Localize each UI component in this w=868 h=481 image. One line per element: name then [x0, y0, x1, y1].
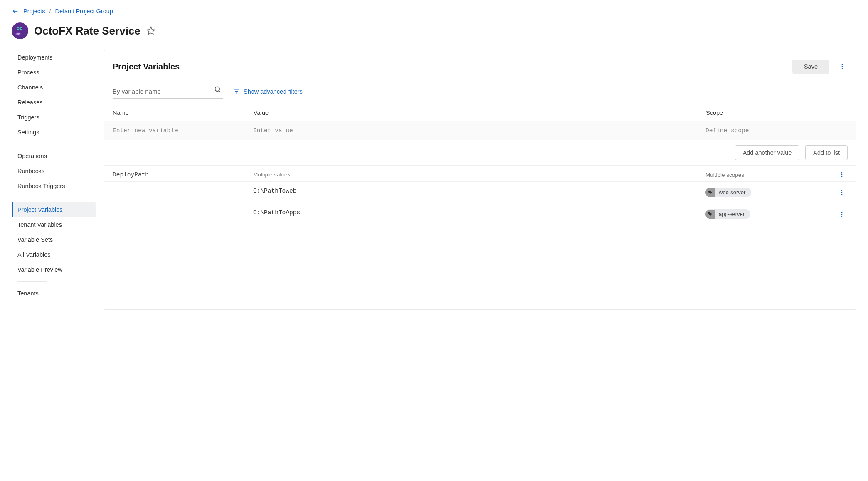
show-advanced-filters-link[interactable]: Show advanced filters: [233, 87, 303, 96]
svg-marker-7: [147, 27, 155, 34]
sidebar-item-settings[interactable]: Settings: [12, 125, 96, 140]
project-header: .NET OctoFX Rate Service: [12, 22, 856, 39]
sidebar-item-process[interactable]: Process: [12, 65, 96, 80]
scope-chip[interactable]: app-server: [705, 209, 750, 219]
svg-point-3: [17, 28, 18, 29]
sidebar-item-variable-sets[interactable]: Variable Sets: [12, 232, 96, 247]
svg-point-20: [841, 216, 843, 217]
svg-point-9: [842, 66, 843, 67]
sidebar-item-deployments[interactable]: Deployments: [12, 50, 96, 65]
main-panel: Project Variables Save: [104, 50, 856, 310]
add-another-value-button[interactable]: Add another value: [735, 145, 800, 160]
svg-point-14: [841, 176, 843, 177]
svg-point-17: [841, 194, 843, 195]
sidebar-divider: [17, 198, 47, 198]
new-variable-name-input[interactable]: Enter new variable: [113, 127, 246, 134]
variable-value-row[interactable]: C:\PathToWeb web-server: [104, 181, 856, 203]
scope-chip-label: app-server: [715, 209, 750, 219]
new-variable-scope-input[interactable]: Define scope: [698, 127, 848, 134]
sidebar-divider: [17, 305, 47, 305]
filter-icon: [233, 87, 240, 96]
breadcrumb-separator: /: [49, 8, 51, 15]
svg-point-8: [842, 64, 843, 65]
value-row-overflow-menu-icon[interactable]: [836, 189, 848, 196]
column-header-scope: Scope: [698, 109, 848, 116]
favorite-star-button[interactable]: [146, 26, 155, 35]
panel-title: Project Variables: [113, 62, 180, 72]
sidebar: Deployments Process Channels Releases Tr…: [12, 50, 96, 310]
add-to-list-button[interactable]: Add to list: [805, 145, 848, 160]
svg-point-15: [841, 190, 843, 191]
sidebar-divider: [17, 144, 47, 144]
variable-scopes-summary: Multiple scopes: [705, 172, 744, 178]
svg-text:.NET: .NET: [16, 33, 20, 35]
page-title: OctoFX Rate Service: [34, 25, 141, 37]
sidebar-item-releases[interactable]: Releases: [12, 95, 96, 110]
sidebar-item-runbook-triggers[interactable]: Runbook Triggers: [12, 179, 96, 193]
value-row-overflow-menu-icon[interactable]: [836, 211, 848, 218]
sidebar-divider: [17, 281, 47, 282]
variable-value[interactable]: C:\PathToApps: [246, 209, 698, 219]
svg-point-19: [841, 213, 843, 215]
back-arrow-icon[interactable]: [12, 7, 19, 15]
panel-overflow-menu-icon[interactable]: [837, 61, 848, 72]
svg-point-10: [842, 68, 843, 69]
variable-value-row[interactable]: C:\PathToApps app-server: [104, 203, 856, 225]
search-input[interactable]: [113, 84, 223, 99]
scope-chip-label: web-server: [715, 188, 751, 197]
sidebar-item-project-variables[interactable]: Project Variables: [12, 202, 96, 217]
new-variable-value-input[interactable]: Enter value: [246, 127, 698, 134]
sidebar-item-tenants[interactable]: Tenants: [12, 286, 96, 301]
svg-point-11: [215, 87, 219, 91]
variable-name[interactable]: DeployPath: [113, 171, 246, 178]
sidebar-item-all-variables[interactable]: All Variables: [12, 247, 96, 262]
sidebar-item-triggers[interactable]: Triggers: [12, 110, 96, 125]
variable-value[interactable]: C:\PathToWeb: [246, 188, 698, 197]
tag-icon: [705, 188, 715, 197]
column-header-name: Name: [113, 109, 246, 116]
column-header-value: Value: [246, 109, 698, 116]
breadcrumb: Projects / Default Project Group: [12, 7, 856, 15]
new-variable-row[interactable]: Enter new variable Enter value Define sc…: [104, 121, 856, 140]
variable-values-summary: Multiple values: [246, 171, 698, 178]
breadcrumb-group[interactable]: Default Project Group: [55, 8, 113, 15]
search-icon[interactable]: [214, 85, 222, 95]
svg-point-12: [841, 172, 843, 174]
sidebar-item-channels[interactable]: Channels: [12, 80, 96, 95]
sidebar-item-operations[interactable]: Operations: [12, 149, 96, 164]
save-button[interactable]: Save: [792, 60, 829, 74]
sidebar-item-runbooks[interactable]: Runbooks: [12, 164, 96, 179]
svg-point-13: [841, 174, 843, 176]
sidebar-item-tenant-variables[interactable]: Tenant Variables: [12, 217, 96, 232]
project-logo-icon: .NET: [12, 22, 28, 39]
svg-point-4: [21, 28, 22, 29]
advanced-filters-label: Show advanced filters: [244, 88, 303, 95]
sidebar-item-variable-preview[interactable]: Variable Preview: [12, 262, 96, 277]
svg-point-18: [841, 212, 843, 213]
breadcrumb-projects[interactable]: Projects: [23, 8, 45, 15]
scope-chip[interactable]: web-server: [705, 188, 751, 197]
svg-point-16: [841, 192, 843, 193]
tag-icon: [705, 210, 715, 219]
variable-overflow-menu-icon[interactable]: [836, 171, 848, 178]
variable-block: DeployPath Multiple values Multiple scop…: [104, 166, 856, 225]
